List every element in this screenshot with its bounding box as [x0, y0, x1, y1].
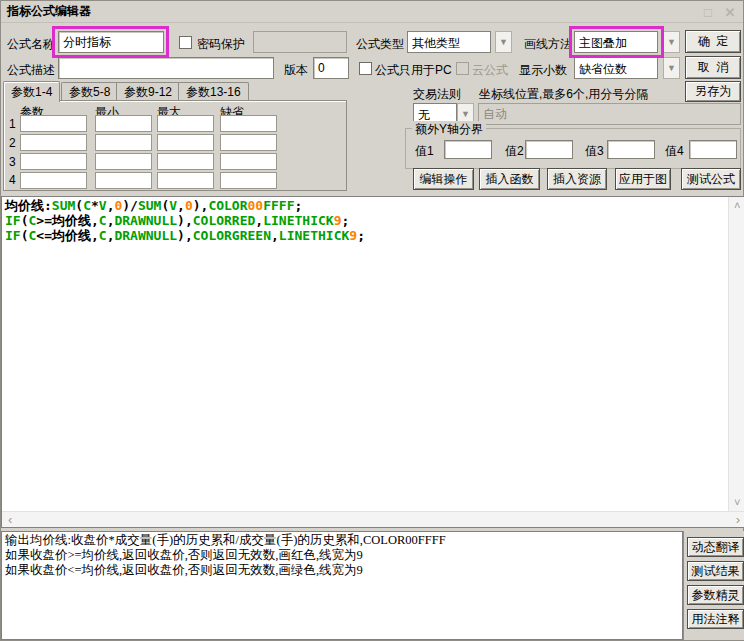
cloud-formula-checkbox — [456, 62, 469, 75]
chevron-down-icon: ▼ — [461, 109, 470, 119]
password-checkbox[interactable] — [179, 36, 192, 49]
max-input[interactable] — [157, 115, 214, 132]
row-number: 3 — [9, 155, 16, 169]
h-scrollbar[interactable]: ‹ › — [2, 511, 744, 527]
test-formula-button[interactable]: 测试公式 — [681, 168, 741, 190]
value3-input[interactable] — [607, 140, 655, 159]
test-result-button[interactable]: 测试结果 — [687, 561, 744, 581]
tab-params-5-8[interactable]: 参数5-8 — [61, 82, 118, 102]
value4-label: 值4 — [665, 143, 684, 160]
trade-rule-label: 交易法则 — [413, 86, 461, 103]
formula-type-label: 公式类型 — [356, 36, 404, 53]
extra-yaxis-label: 额外Y轴分界 — [412, 121, 486, 138]
value4-input[interactable] — [689, 140, 737, 159]
chevron-down-icon: ▼ — [667, 63, 676, 73]
scroll-up-icon[interactable]: ˄ — [734, 200, 740, 211]
version-input[interactable] — [313, 57, 349, 79]
tab-params-1-4[interactable]: 参数1-4 — [3, 81, 60, 102]
formula-type-select[interactable]: 其他类型 — [407, 31, 491, 53]
coord-line-label: 坐标线位置,最多6个,用分号分隔 — [479, 86, 648, 103]
usage-note-button[interactable]: 用法注释 — [687, 609, 744, 629]
value2-input[interactable] — [525, 140, 573, 159]
dynamic-translate-button[interactable]: 动态翻译 — [687, 537, 744, 557]
extra-yaxis-groupbox: 额外Y轴分界 值1 值2 值3 值4 — [405, 128, 741, 169]
formula-type-arrow[interactable]: ▼ — [495, 31, 512, 53]
default-input[interactable] — [220, 134, 277, 151]
max-input[interactable] — [157, 134, 214, 151]
value1-input[interactable] — [444, 140, 492, 159]
row-number: 1 — [9, 117, 16, 131]
min-input[interactable] — [95, 153, 152, 170]
edit-operation-button[interactable]: 编辑操作 — [413, 168, 474, 190]
save-as-button[interactable]: 另存为 — [685, 81, 741, 102]
pc-only-checkbox[interactable] — [359, 62, 372, 75]
param-wizard-button[interactable]: 参数精灵 — [687, 585, 744, 605]
scroll-left-icon[interactable]: ‹ — [8, 514, 12, 525]
annotation-box-formula-name — [52, 26, 169, 58]
max-input[interactable] — [157, 172, 214, 189]
default-input[interactable] — [220, 153, 277, 170]
decimal-label: 显示小数 — [519, 62, 567, 79]
window-title: 指标公式编辑器 — [1, 3, 91, 20]
coord-line-input — [478, 103, 741, 125]
param-input[interactable] — [20, 153, 87, 170]
draw-method-label: 画线方法 — [524, 36, 572, 53]
formula-code[interactable]: 均价线:SUM(C*V,0)/SUM(V,0),COLOR00FFFF;IF(C… — [5, 198, 365, 243]
row-number: 2 — [9, 136, 16, 150]
bottom-right-strip: 动态翻译 测试结果 参数精灵 用法注释 — [683, 531, 744, 640]
cancel-button[interactable]: 取 消 — [685, 56, 741, 79]
tab-params-13-16[interactable]: 参数13-16 — [178, 82, 249, 102]
cloud-formula-label: 云公式 — [472, 62, 508, 79]
row-number: 4 — [9, 173, 16, 187]
ok-button[interactable]: 确 定 — [685, 30, 741, 53]
apply-to-chart-button[interactable]: 应用于图 — [615, 168, 671, 190]
version-label: 版本 — [284, 62, 308, 79]
value2-label: 值2 — [505, 143, 524, 160]
formula-editor-window: 指标公式编辑器 □ ✕ 公式名称 密码保护 公式类型 其他类型 ▼ 画线方法 主… — [0, 0, 744, 641]
scroll-down-icon[interactable]: ˅ — [734, 497, 740, 508]
tab-params-9-12[interactable]: 参数9-12 — [116, 82, 180, 102]
max-input[interactable] — [157, 153, 214, 170]
min-input[interactable] — [95, 115, 152, 132]
param-input[interactable] — [20, 172, 87, 189]
insert-function-button[interactable]: 插入函数 — [479, 168, 540, 190]
chevron-down-icon: ▼ — [499, 37, 508, 47]
decimal-arrow[interactable]: ▼ — [663, 57, 680, 79]
default-input[interactable] — [220, 115, 277, 132]
decimal-select[interactable]: 缺省位数 — [574, 57, 658, 79]
param-input[interactable] — [20, 115, 87, 132]
formula-name-label: 公式名称 — [7, 36, 55, 53]
code-editor[interactable]: 均价线:SUM(C*V,0)/SUM(V,0),COLOR00FFFF;IF(C… — [1, 196, 744, 528]
v-scrollbar[interactable]: ˄ ˅ — [728, 197, 744, 511]
formula-desc-input[interactable] — [58, 57, 274, 79]
formula-desc-label: 公式描述 — [7, 62, 55, 79]
close-icon[interactable]: ✕ — [721, 4, 739, 20]
password-label: 密码保护 — [197, 36, 245, 53]
pc-only-label: 公式只用于PC — [375, 62, 452, 79]
value3-label: 值3 — [585, 143, 604, 160]
default-input[interactable] — [220, 172, 277, 189]
chevron-down-icon: ▼ — [667, 37, 676, 47]
min-input[interactable] — [95, 134, 152, 151]
annotation-box-draw-method — [569, 26, 664, 58]
params-panel: 参数 最小 最大 缺省 1 2 3 4 — [3, 100, 347, 191]
password-input — [253, 31, 347, 53]
value1-label: 值1 — [415, 143, 434, 160]
scroll-right-icon[interactable]: › — [736, 514, 740, 525]
draw-method-arrow[interactable]: ▼ — [663, 31, 680, 53]
insert-resource-button[interactable]: 插入资源 — [547, 168, 607, 190]
maximize-icon[interactable]: □ — [699, 4, 717, 20]
param-input[interactable] — [20, 134, 87, 151]
min-input[interactable] — [95, 172, 152, 189]
description-pane[interactable]: 输出均价线:收盘价*成交量(手)的历史累和/成交量(手)的历史累和,COLOR0… — [1, 531, 683, 640]
window-titlebar[interactable]: 指标公式编辑器 □ ✕ — [1, 1, 743, 23]
